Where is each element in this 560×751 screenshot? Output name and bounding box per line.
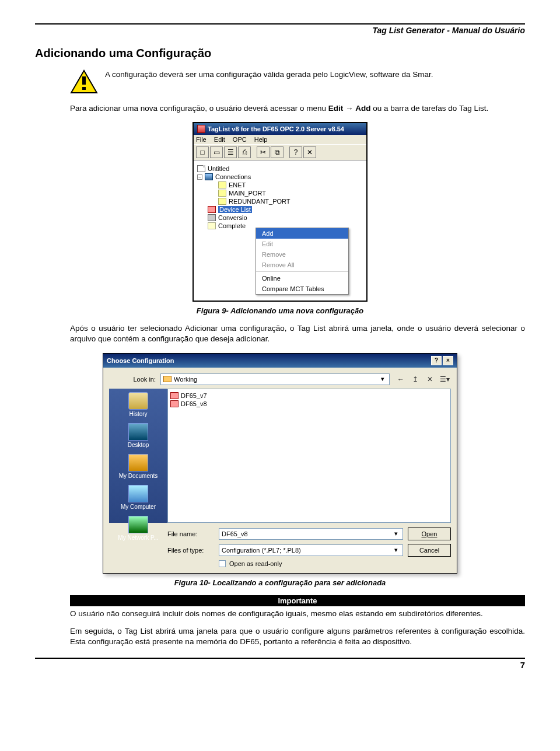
warning-icon <box>70 69 98 94</box>
importante-box: Importante O usuário não conseguirá incl… <box>70 595 525 619</box>
tree-connections[interactable]: Connections <box>215 173 251 180</box>
intro-post: ou a barra de tarefas do Tag List. <box>371 104 489 113</box>
place-mydoc-label: My Documents <box>119 473 158 479</box>
tree-main-port[interactable]: MAIN_PORT <box>229 190 266 197</box>
place-history[interactable]: History <box>128 392 148 417</box>
file-item[interactable]: DF65_v7 <box>170 392 448 400</box>
file-icon <box>170 400 178 407</box>
filetype-combo[interactable]: Configuration (*.PL7; *.PL8)▾ <box>219 544 403 556</box>
intro-pre: Para adicionar uma nova configuração, o … <box>70 104 328 113</box>
importante-header: Importante <box>70 595 525 606</box>
tb-delete-icon[interactable]: ✕ <box>303 146 316 158</box>
mydocuments-icon <box>128 454 148 471</box>
svg-rect-1 <box>82 76 86 85</box>
taglist-titlebar: TagList v8 for the DF65 OPC 2.0 Server v… <box>194 123 366 135</box>
dialog-title: Choose Configuration <box>107 357 174 364</box>
place-mycomputer[interactable]: My Computer <box>121 485 156 510</box>
svg-rect-2 <box>82 87 86 90</box>
port-icon <box>218 181 226 188</box>
intro-b1: Edit <box>328 104 344 113</box>
dropdown-icon[interactable]: ▾ <box>392 530 400 537</box>
place-mycomp-label: My Computer <box>121 504 156 510</box>
header-rule <box>35 23 525 25</box>
dropdown-icon[interactable]: ▾ <box>392 546 400 554</box>
tb-print-icon[interactable]: ⎙ <box>238 146 251 158</box>
toolbar: □ ▭ ☰ ⎙ ✂ ⧉ ? ✕ <box>194 145 366 160</box>
warning-text: A configuração deverá ser uma configuraç… <box>105 69 433 80</box>
tree-redundant-port[interactable]: REDUNDANT_PORT <box>229 198 290 205</box>
port-icon <box>218 190 226 197</box>
lookin-combo[interactable]: Working ▾ <box>160 373 390 385</box>
expander-icon[interactable]: − <box>197 174 202 180</box>
after-fig1-paragraph: Após o usuário ter selecionado Adicionar… <box>70 323 525 344</box>
section-title: Adicionando uma Configuração <box>35 47 525 60</box>
intro-b2: Add <box>355 104 370 113</box>
tb-new-icon[interactable]: □ <box>196 146 209 158</box>
tree-enet[interactable]: ENET <box>229 181 246 188</box>
dialog-help-button[interactable]: ? <box>431 356 442 365</box>
filename-value: DF65_v8 <box>222 530 248 537</box>
ctx-remove[interactable]: Remove <box>256 249 348 260</box>
doc-header-title: Tag List Generator - Manual do Usuário <box>35 26 525 35</box>
closing-paragraph: Em seguida, o Tag List abrirá uma janela… <box>70 626 525 647</box>
tb-help-icon[interactable]: ? <box>289 146 302 158</box>
ctx-add[interactable]: Add <box>256 228 348 239</box>
ctx-remove-all[interactable]: Remove All <box>256 260 348 270</box>
filename-input[interactable]: DF65_v8▾ <box>219 528 403 540</box>
place-history-label: History <box>128 411 148 417</box>
menu-file[interactable]: File <box>196 136 206 143</box>
tb-save-icon[interactable]: ☰ <box>224 146 237 158</box>
place-mydocuments[interactable]: My Documents <box>119 454 158 479</box>
tree-pane: Untitled −Connections ENET MAIN_PORT RED… <box>194 160 366 301</box>
menu-opc[interactable]: OPC <box>233 136 247 143</box>
tree-devicelist[interactable]: Device List <box>218 206 252 213</box>
devicelist-icon <box>208 206 216 213</box>
nav-up-icon[interactable]: ↥ <box>409 373 422 385</box>
menu-edit[interactable]: Edit <box>214 136 225 143</box>
tree-complete[interactable]: Complete <box>218 222 246 229</box>
dropdown-icon[interactable]: ▾ <box>379 375 387 383</box>
ctx-separator <box>256 271 348 272</box>
connections-icon <box>205 173 213 180</box>
mycomputer-icon <box>128 485 148 502</box>
tree-root[interactable]: Untitled <box>208 165 229 172</box>
cancel-button[interactable]: Cancel <box>408 544 451 557</box>
tb-copy-icon[interactable]: ⧉ <box>271 146 284 158</box>
file-item[interactable]: DF65_v8 <box>170 400 448 408</box>
complete-icon <box>208 222 216 229</box>
ctx-edit[interactable]: Edit <box>256 239 348 249</box>
menu-help[interactable]: Help <box>254 136 268 143</box>
readonly-checkbox[interactable] <box>219 560 226 567</box>
taglist-window: TagList v8 for the DF65 OPC 2.0 Server v… <box>192 122 368 302</box>
nav-newfolder-icon[interactable]: ✕ <box>424 373 436 385</box>
file-list[interactable]: DF65_v7 DF65_v8 <box>167 389 451 523</box>
context-menu: Add Edit Remove Remove All Online Compar… <box>256 228 349 295</box>
ctx-compare[interactable]: Compare MCT Tables <box>256 284 348 294</box>
importante-body: O usuário não conseguirá incluir dois no… <box>70 606 525 619</box>
history-icon <box>128 392 148 410</box>
nav-back-icon[interactable]: ← <box>394 373 407 385</box>
port-icon <box>218 198 226 205</box>
file-item-label: DF65_v8 <box>181 400 207 407</box>
folder-icon <box>163 376 172 382</box>
filetype-value: Configuration (*.PL7; *.PL8) <box>222 547 301 554</box>
ctx-online[interactable]: Online <box>256 273 348 284</box>
place-desktop[interactable]: Desktop <box>128 423 149 448</box>
filetype-label: Files of type: <box>167 547 214 554</box>
dialog-close-button[interactable]: × <box>443 356 453 365</box>
intro-paragraph: Para adicionar uma nova configuração, o … <box>70 103 525 114</box>
tb-open-icon[interactable]: ▭ <box>210 146 223 158</box>
filename-label: File name: <box>167 530 214 537</box>
tree-conversion[interactable]: Conversio <box>218 214 247 221</box>
readonly-label: Open as read-only <box>229 560 282 567</box>
tb-cut-icon[interactable]: ✂ <box>257 146 270 158</box>
dialog-titlebar: Choose Configuration ? × <box>103 354 457 368</box>
place-desktop-label: Desktop <box>128 442 149 448</box>
open-button[interactable]: Open <box>408 528 451 540</box>
nav-viewmenu-icon[interactable]: ☰▾ <box>438 373 451 385</box>
intro-arrow: → <box>343 104 355 113</box>
file-icon <box>170 392 178 399</box>
lookin-label: Look in: <box>109 376 156 383</box>
footer-rule <box>35 658 525 659</box>
desktop-icon <box>128 423 148 441</box>
